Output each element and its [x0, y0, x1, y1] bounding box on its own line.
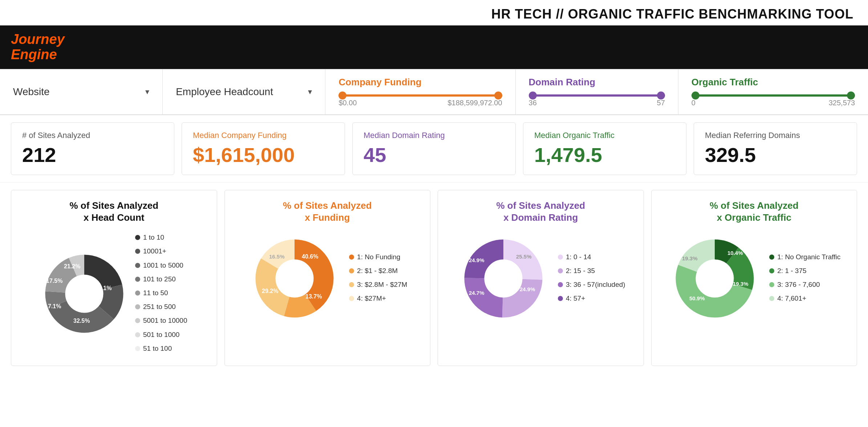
funding-filter[interactable]: Company Funding $0.00 $188,599,972.00: [325, 69, 515, 114]
domain-chart-title: % of Sites Analyzed x Domain Rating: [496, 200, 585, 224]
funding-stat-value: $1,615,000: [193, 143, 334, 167]
funding-donut: 40.6% 13.7% 29.2% 16.5%: [247, 231, 342, 326]
headcount-filter[interactable]: Employee Headcount ▾: [163, 69, 325, 114]
page-title: HR TECH // ORGANIC TRAFFIC BENCHMARKING …: [0, 0, 868, 25]
website-label: Website: [13, 86, 50, 98]
funding-filter-label: Company Funding: [338, 77, 421, 88]
referring-stat-value: 329.5: [705, 143, 846, 167]
domain-donut: 25.5% 24.9% 24.7% 24.9%: [456, 231, 551, 326]
sites-value: 212: [22, 143, 163, 167]
funding-card: Median Company Funding $1,615,000: [182, 122, 345, 175]
organic-min: 0: [691, 99, 695, 107]
headcount-chart-card: % of Sites Analyzed x Head Count: [11, 190, 217, 366]
svg-text:40.6%: 40.6%: [302, 253, 318, 260]
referring-stat-label: Median Referring Domains: [705, 131, 846, 140]
referring-card: Median Referring Domains 329.5: [694, 122, 857, 175]
domain-card: Median Domain Rating 45: [352, 122, 516, 175]
logo: Journey Engine: [11, 32, 65, 62]
funding-min: $0.00: [338, 99, 357, 107]
domain-stat-value: 45: [364, 143, 504, 167]
svg-text:19.3%: 19.3%: [682, 255, 698, 261]
organic-donut: 10.4% 19.3% 50.9% 19.3%: [668, 231, 762, 326]
organic-legend: 1: No Organic Traffic 2: 1 - 375 3: 376 …: [769, 251, 840, 306]
domain-chart-card: % of Sites Analyzed x Domain Rating 25.5…: [438, 190, 644, 366]
headcount-legend: 1 to 10 10001+ 1001 to 5000 101 to 250 1…: [135, 231, 187, 356]
funding-stat-label: Median Company Funding: [193, 131, 334, 140]
organic-filter-label: Organic Traffic: [691, 77, 758, 88]
charts-row: % of Sites Analyzed x Head Count: [0, 183, 868, 373]
svg-text:50.9%: 50.9%: [689, 295, 705, 301]
traffic-card: Median Organic Traffic 1,479.5: [523, 122, 686, 175]
svg-text:15.1%: 15.1%: [95, 285, 111, 291]
headcount-chevron: ▾: [308, 87, 312, 97]
website-chevron: ▾: [145, 87, 149, 97]
website-filter[interactable]: Website ▾: [0, 69, 163, 114]
traffic-stat-label: Median Organic Traffic: [534, 131, 675, 140]
svg-point-34: [696, 260, 734, 297]
headcount-chart-title: % of Sites Analyzed x Head Count: [69, 200, 158, 224]
svg-text:21.2%: 21.2%: [64, 263, 80, 269]
headcount-donut: 21.2% 15.1% 32.5% 7.1% 17.5%: [41, 250, 128, 337]
domain-filter-label: Domain Rating: [529, 77, 595, 88]
svg-text:16.5%: 16.5%: [269, 253, 285, 260]
domain-min: 36: [529, 99, 537, 107]
funding-max: $188,599,972.00: [447, 99, 502, 107]
organic-filter[interactable]: Organic Traffic 0 325,573: [678, 69, 868, 114]
organic-chart-title: % of Sites Analyzed x Organic Traffic: [710, 200, 799, 224]
svg-text:13.7%: 13.7%: [305, 293, 322, 300]
domain-max: 57: [657, 99, 665, 107]
svg-text:19.3%: 19.3%: [733, 281, 749, 287]
svg-text:24.7%: 24.7%: [469, 290, 484, 296]
header-bar: Journey Engine: [0, 25, 868, 69]
svg-text:24.9%: 24.9%: [520, 286, 535, 292]
funding-legend: 1: No Funding 2: $1 - $2.8M 3: $2.8M - $…: [349, 251, 407, 306]
organic-max: 325,573: [829, 99, 855, 107]
svg-point-6: [65, 275, 103, 313]
svg-text:24.9%: 24.9%: [469, 257, 484, 263]
domain-stat-label: Median Domain Rating: [364, 131, 504, 140]
svg-text:7.1%: 7.1%: [48, 303, 61, 309]
sites-card: # of Sites Analyzed 212: [11, 122, 174, 175]
svg-text:29.2%: 29.2%: [262, 288, 278, 294]
svg-text:32.5%: 32.5%: [73, 318, 90, 324]
traffic-stat-value: 1,479.5: [534, 143, 675, 167]
svg-text:10.4%: 10.4%: [727, 250, 743, 256]
sites-label: # of Sites Analyzed: [22, 131, 163, 140]
svg-point-16: [276, 260, 313, 297]
svg-point-25: [484, 260, 522, 297]
filter-row: Website ▾ Employee Headcount ▾ Company F…: [0, 69, 868, 115]
funding-chart-card: % of Sites Analyzed x Funding 40.6% 13: [224, 190, 431, 366]
svg-text:25.5%: 25.5%: [516, 253, 532, 260]
stats-row: # of Sites Analyzed 212 Median Company F…: [0, 115, 868, 183]
domain-legend: 1: 0 - 14 2: 15 - 35 3: 36 - 57(included…: [558, 251, 625, 306]
funding-chart-title: % of Sites Analyzed x Funding: [283, 200, 372, 224]
organic-chart-card: % of Sites Analyzed x Organic Traffic 10…: [651, 190, 857, 366]
domain-filter[interactable]: Domain Rating 36 57: [516, 69, 678, 114]
headcount-label: Employee Headcount: [176, 86, 273, 98]
svg-text:17.5%: 17.5%: [46, 278, 62, 284]
